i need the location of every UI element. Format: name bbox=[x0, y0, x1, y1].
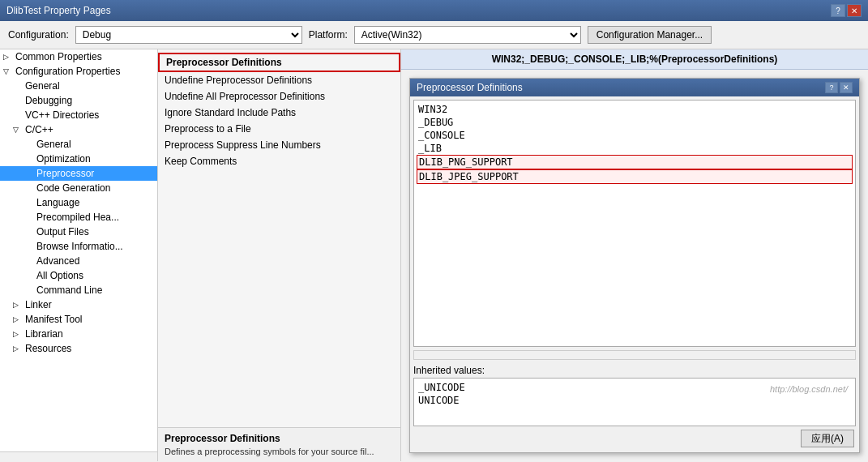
preproc-list-item: DLIB_PNG_SUPPORT bbox=[417, 155, 853, 169]
title-bar: DlibTest Property Pages ? ✕ bbox=[0, 0, 868, 21]
tree-item-label: Linker bbox=[25, 299, 52, 310]
bottom-btn-row: 应用(A) bbox=[413, 426, 856, 449]
tree-item-label: General bbox=[25, 80, 60, 92]
expand-icon: ▷ bbox=[13, 330, 23, 338]
tree-scroll[interactable]: ▷ Common Properties ▽ Configuration Prop… bbox=[0, 49, 157, 451]
tree-item-cpp-general[interactable]: General bbox=[0, 137, 157, 152]
tree-item-label: Browse Informatio... bbox=[36, 241, 123, 252]
expand-icon: ▷ bbox=[13, 315, 23, 323]
tree-item-label: VC++ Directories bbox=[25, 109, 99, 121]
configuration-manager-button[interactable]: Configuration Manager... bbox=[588, 26, 712, 44]
prop-item[interactable]: Undefine Preprocessor Definitions bbox=[158, 72, 400, 88]
tree-item-librarian[interactable]: ▷ Librarian bbox=[0, 327, 157, 341]
help-button[interactable]: ? bbox=[831, 4, 845, 17]
title-bar-controls: ? ✕ bbox=[831, 4, 862, 17]
tree-item-all-options[interactable]: All Options bbox=[0, 268, 157, 283]
inherited-label: Inherited values: bbox=[413, 363, 856, 378]
tree-item-label: C/C++ bbox=[25, 124, 53, 135]
preproc-list-item: WIN32 bbox=[417, 103, 853, 116]
configuration-select[interactable]: Debug bbox=[75, 26, 302, 44]
tree-item-label: General bbox=[36, 139, 71, 150]
tree-item-label: Configuration Properties bbox=[15, 66, 120, 77]
tree-item-label: Preprocessor bbox=[36, 168, 94, 179]
preproc-dialog-title-text: Preprocessor Definitions bbox=[417, 82, 523, 93]
tree-panel: ▷ Common Properties ▽ Configuration Prop… bbox=[0, 49, 158, 461]
expand-icon: ▷ bbox=[13, 301, 23, 309]
expand-icon: ▷ bbox=[13, 344, 23, 353]
tree-item-linker[interactable]: ▷ Linker bbox=[0, 297, 157, 312]
expand-icon: ▷ bbox=[3, 53, 13, 61]
tree-item-label: Resources bbox=[25, 343, 71, 354]
platform-select[interactable]: Active(Win32) bbox=[354, 26, 581, 44]
tree-item-language[interactable]: Language bbox=[0, 195, 157, 210]
tree-item-label: Precompiled Hea... bbox=[36, 212, 119, 223]
tree-item-label: Advanced bbox=[36, 255, 79, 267]
prop-desc-text: Defines a preprocessing symbols for your… bbox=[165, 447, 394, 456]
prop-item[interactable]: Undefine All Preprocessor Definitions bbox=[158, 88, 400, 105]
tree-item-common-props[interactable]: ▷ Common Properties bbox=[0, 49, 157, 64]
tree-item-cmd-line[interactable]: Command Line bbox=[0, 283, 157, 297]
tree-item-resources[interactable]: ▷ Resources bbox=[0, 341, 157, 356]
detail-panel: WIN32;_DEBUG;_CONSOLE;_LIB;%(Preprocesso… bbox=[401, 49, 868, 461]
tree-item-label: All Options bbox=[36, 270, 83, 281]
tree-item-browse-info[interactable]: Browse Informatio... bbox=[0, 239, 157, 254]
tree-item-vc-dirs[interactable]: VC++ Directories bbox=[0, 108, 157, 122]
prop-item[interactable]: Ignore Standard Include Paths bbox=[158, 105, 400, 121]
prop-item[interactable]: Preprocess to a File bbox=[158, 121, 400, 137]
tree-item-precomp[interactable]: Precompiled Hea... bbox=[0, 210, 157, 225]
config-row: Configuration: Debug Platform: Active(Wi… bbox=[0, 21, 868, 49]
inherited-list-item: UNICODE bbox=[417, 394, 853, 407]
tree-item-debugging[interactable]: Debugging bbox=[0, 93, 157, 108]
config-label: Configuration: bbox=[8, 29, 69, 41]
tree-item-label: Librarian bbox=[25, 328, 63, 340]
watermark: http://blog.csdn.net/ bbox=[770, 384, 848, 394]
tree-item-label: Common Properties bbox=[15, 51, 102, 62]
tree-item-cpp[interactable]: ▽ C/C++ bbox=[0, 122, 157, 137]
preproc-dialog: Preprocessor Definitions ? ✕ WIN32_DEBUG… bbox=[409, 78, 860, 453]
expand-icon: ▽ bbox=[3, 67, 13, 75]
close-button[interactable]: ✕ bbox=[847, 4, 862, 17]
tree-item-manifest[interactable]: ▷ Manifest Tool bbox=[0, 312, 157, 327]
preproc-h-scrollbar[interactable] bbox=[413, 350, 856, 360]
preproc-list-item: _CONSOLE bbox=[417, 129, 853, 142]
tree-item-label: Output Files bbox=[36, 226, 89, 237]
preproc-list-item: _LIB bbox=[417, 142, 853, 155]
preproc-list-item: _DEBUG bbox=[417, 116, 853, 129]
preproc-help-btn[interactable]: ? bbox=[825, 82, 838, 93]
prop-item[interactable]: Preprocess Suppress Line Numbers bbox=[158, 137, 400, 153]
expand-icon: ▽ bbox=[13, 126, 23, 134]
tree-item-label: Debugging bbox=[25, 95, 72, 106]
tree-h-scrollbar[interactable] bbox=[0, 451, 157, 461]
detail-content: Preprocessor Definitions ? ✕ WIN32_DEBUG… bbox=[401, 70, 868, 461]
props-panel: Preprocessor DefinitionsUndefine Preproc… bbox=[158, 49, 401, 461]
tree-item-optimization[interactable]: Optimization bbox=[0, 152, 157, 166]
tree-item-config-props[interactable]: ▽ Configuration Properties bbox=[0, 64, 157, 79]
platform-label: Platform: bbox=[309, 29, 348, 41]
tree-item-label: Code Generation bbox=[36, 182, 110, 194]
tree-item-cpp-advanced[interactable]: Advanced bbox=[0, 254, 157, 268]
preproc-list-item: DLIB_JPEG_SUPPORT bbox=[417, 169, 853, 184]
props-list: Preprocessor DefinitionsUndefine Preproc… bbox=[158, 49, 400, 427]
preproc-dialog-titlebar: Preprocessor Definitions ? ✕ bbox=[410, 79, 859, 96]
prop-item[interactable]: Keep Comments bbox=[158, 153, 400, 169]
detail-header: WIN32;_DEBUG;_CONSOLE;_LIB;%(Preprocesso… bbox=[401, 49, 868, 70]
apply-button[interactable]: 应用(A) bbox=[801, 430, 854, 447]
tree-item-label: Optimization bbox=[36, 153, 91, 165]
prop-desc-title: Preprocessor Definitions bbox=[165, 433, 394, 444]
tree-item-label: Command Line bbox=[36, 284, 102, 296]
tree-item-label: Manifest Tool bbox=[25, 314, 82, 325]
window-title: DlibTest Property Pages bbox=[6, 5, 111, 16]
prop-description: Preprocessor Definitions Defines a prepr… bbox=[158, 427, 400, 461]
tree-item-output-files[interactable]: Output Files bbox=[0, 225, 157, 239]
preproc-close-btn[interactable]: ✕ bbox=[840, 82, 853, 93]
preproc-items-list[interactable]: WIN32_DEBUG_CONSOLE_LIBDLIB_PNG_SUPPORTD… bbox=[413, 100, 856, 347]
preproc-dialog-body: WIN32_DEBUG_CONSOLE_LIBDLIB_PNG_SUPPORTD… bbox=[410, 96, 859, 452]
tree-item-preprocessor[interactable]: Preprocessor bbox=[0, 166, 157, 181]
tree-item-general[interactable]: General bbox=[0, 79, 157, 93]
main-content: ▷ Common Properties ▽ Configuration Prop… bbox=[0, 49, 868, 461]
prop-item[interactable]: Preprocessor Definitions bbox=[158, 53, 400, 72]
tree-item-label: Language bbox=[36, 197, 79, 208]
tree-item-code-gen[interactable]: Code Generation bbox=[0, 181, 157, 195]
